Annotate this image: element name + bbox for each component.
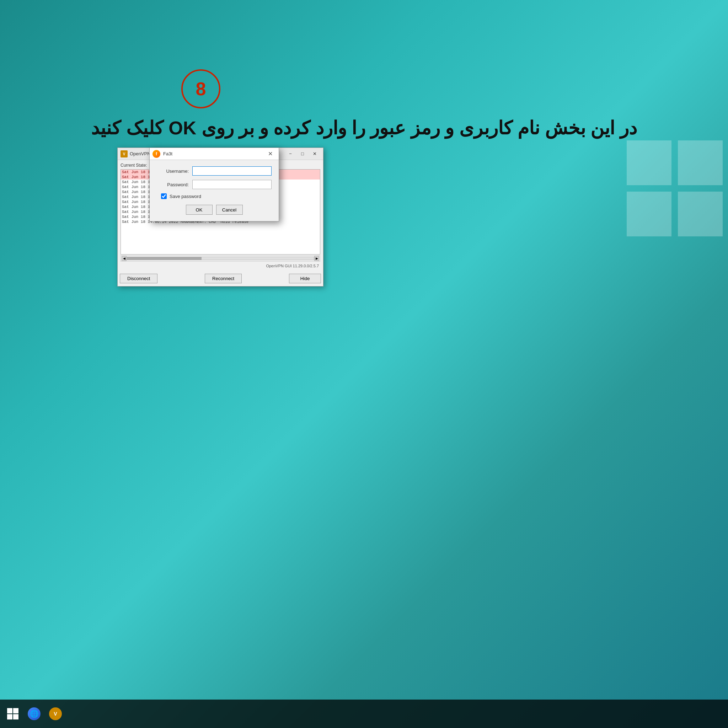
password-label: Password:	[157, 182, 192, 187]
horizontal-scrollbar[interactable]: ◀ ▶	[121, 255, 320, 262]
credential-dialog-titlebar: f Fa3t ✕	[150, 148, 279, 160]
step-circle: 8	[181, 69, 220, 109]
save-password-checkbox[interactable]	[161, 193, 167, 199]
window-controls: − □ ✕	[285, 150, 320, 158]
credential-dialog-footer: OK Cancel	[157, 205, 272, 216]
maximize-button[interactable]: □	[297, 150, 308, 158]
svg-rect-3	[678, 191, 723, 236]
scrollbar-track[interactable]	[127, 257, 314, 260]
windows-logo-icon	[7, 708, 18, 719]
step-number: 8	[196, 78, 206, 99]
svg-text:V: V	[123, 152, 125, 156]
credential-dialog-body: Username: Password: Save password OK Can…	[150, 160, 279, 221]
taskbar-browser-icon[interactable]: 🌐	[24, 704, 44, 724]
instruction-text: در این بخش نام کاربری و رمز عبور را وارد…	[35, 117, 693, 139]
username-label: Username:	[157, 168, 192, 174]
close-button[interactable]: ✕	[309, 150, 320, 158]
password-input[interactable]	[192, 180, 272, 189]
openvpn-app-icon: V	[121, 150, 128, 158]
desktop: 8 در این بخش نام کاربری و رمز عبور را وا…	[0, 0, 728, 728]
hide-button[interactable]: Hide	[289, 274, 321, 283]
taskbar: 🌐 V	[0, 700, 728, 728]
openvpn-footer: Disconnect Reconnect Hide	[118, 272, 323, 286]
cancel-button[interactable]: Cancel	[216, 205, 243, 215]
svg-rect-2	[627, 191, 671, 236]
openvpn-tray-icon: V	[49, 707, 62, 720]
svg-rect-0	[627, 141, 671, 185]
credential-dialog-title: Fa3t	[163, 151, 265, 156]
disconnect-button[interactable]: Disconnect	[120, 274, 158, 283]
minimize-button[interactable]: −	[285, 150, 296, 158]
taskbar-openvpn-icon[interactable]: V	[46, 704, 66, 724]
password-row: Password:	[157, 180, 272, 189]
username-input[interactable]	[192, 166, 272, 176]
save-password-row: Save password	[161, 193, 272, 199]
version-text: OpenVPN GUI 11.29.0.0/2.5.7	[121, 264, 319, 268]
svg-rect-1	[678, 141, 723, 185]
credential-dialog: f Fa3t ✕ Username: Password: Save passwo…	[149, 147, 279, 222]
credential-dialog-close[interactable]: ✕	[265, 150, 276, 158]
reconnect-button[interactable]: Reconnect	[205, 274, 242, 283]
credential-dialog-icon: f	[153, 150, 160, 158]
ok-button[interactable]: OK	[186, 205, 213, 215]
scroll-left-arrow[interactable]: ◀	[122, 256, 127, 261]
save-password-label[interactable]: Save password	[170, 194, 201, 199]
username-row: Username:	[157, 166, 272, 176]
windows-watermark	[621, 135, 728, 242]
scrollbar-thumb[interactable]	[127, 257, 202, 260]
scroll-right-arrow[interactable]: ▶	[314, 256, 319, 261]
globe-icon: 🌐	[28, 707, 41, 720]
start-button[interactable]	[3, 704, 23, 724]
